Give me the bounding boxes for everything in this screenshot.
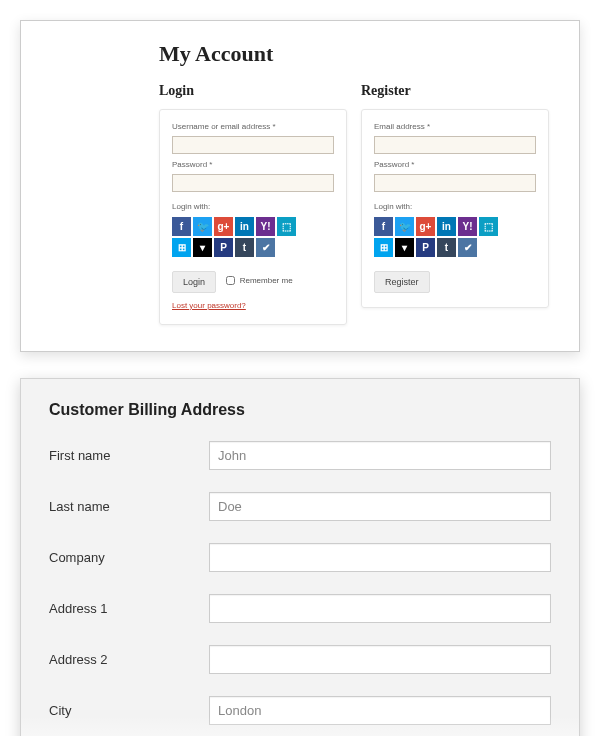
facebook-icon[interactable]: f bbox=[172, 217, 191, 236]
login-heading: Login bbox=[159, 83, 347, 99]
register-column: Register Email address * Password * Logi… bbox=[361, 83, 549, 325]
login-password-label: Password * bbox=[172, 160, 334, 169]
facebook-icon[interactable]: f bbox=[374, 217, 393, 236]
foursquare-icon[interactable]: ⬚ bbox=[479, 217, 498, 236]
address1-input[interactable] bbox=[209, 594, 551, 623]
city-label: City bbox=[49, 703, 209, 718]
row-address2: Address 2 bbox=[49, 645, 551, 674]
twitter-icon[interactable]: 🐦 bbox=[193, 217, 212, 236]
yahoo-icon[interactable]: Y! bbox=[256, 217, 275, 236]
row-last-name: Last name bbox=[49, 492, 551, 521]
row-first-name: First name bbox=[49, 441, 551, 470]
login-panel: Username or email address * Password * L… bbox=[159, 109, 347, 325]
city-input[interactable] bbox=[209, 696, 551, 725]
billing-card: Customer Billing Address First name Last… bbox=[20, 378, 580, 736]
register-login-with-label: Login with: bbox=[374, 202, 536, 211]
steam-icon[interactable]: ▾ bbox=[193, 238, 212, 257]
vk-icon[interactable]: ✔ bbox=[458, 238, 477, 257]
remember-checkbox[interactable] bbox=[226, 276, 235, 285]
row-company: Company bbox=[49, 543, 551, 572]
register-password-input[interactable] bbox=[374, 174, 536, 192]
login-username-input[interactable] bbox=[172, 136, 334, 154]
register-password-label: Password * bbox=[374, 160, 536, 169]
paypal-icon[interactable]: P bbox=[214, 238, 233, 257]
lost-password-link[interactable]: Lost your password? bbox=[172, 301, 334, 310]
vk-icon[interactable]: ✔ bbox=[256, 238, 275, 257]
page-title: My Account bbox=[159, 41, 549, 67]
account-card: My Account Login Username or email addre… bbox=[20, 20, 580, 352]
social-row-3: f 🐦 g+ in Y! ⬚ bbox=[374, 217, 536, 236]
row-address1: Address 1 bbox=[49, 594, 551, 623]
social-row-2: ⊞ ▾ P t ✔ bbox=[172, 238, 334, 257]
login-username-label: Username or email address * bbox=[172, 122, 334, 131]
remember-me[interactable]: Remember me bbox=[226, 276, 292, 285]
social-row-1: f 🐦 g+ in Y! ⬚ bbox=[172, 217, 334, 236]
linkedin-icon[interactable]: in bbox=[235, 217, 254, 236]
tumblr-icon[interactable]: t bbox=[437, 238, 456, 257]
social-row-4: ⊞ ▾ P t ✔ bbox=[374, 238, 536, 257]
tumblr-icon[interactable]: t bbox=[235, 238, 254, 257]
login-with-label: Login with: bbox=[172, 202, 334, 211]
login-column: Login Username or email address * Passwo… bbox=[159, 83, 347, 325]
login-password-input[interactable] bbox=[172, 174, 334, 192]
register-panel: Email address * Password * Login with: f… bbox=[361, 109, 549, 308]
first-name-input[interactable] bbox=[209, 441, 551, 470]
company-label: Company bbox=[49, 550, 209, 565]
windows-icon[interactable]: ⊞ bbox=[172, 238, 191, 257]
forms-row: Login Username or email address * Passwo… bbox=[159, 83, 549, 325]
register-button[interactable]: Register bbox=[374, 271, 430, 293]
remember-label: Remember me bbox=[240, 276, 293, 285]
address2-label: Address 2 bbox=[49, 652, 209, 667]
address1-label: Address 1 bbox=[49, 601, 209, 616]
last-name-input[interactable] bbox=[209, 492, 551, 521]
googleplus-icon[interactable]: g+ bbox=[416, 217, 435, 236]
twitter-icon[interactable]: 🐦 bbox=[395, 217, 414, 236]
googleplus-icon[interactable]: g+ bbox=[214, 217, 233, 236]
last-name-label: Last name bbox=[49, 499, 209, 514]
register-email-input[interactable] bbox=[374, 136, 536, 154]
company-input[interactable] bbox=[209, 543, 551, 572]
yahoo-icon[interactable]: Y! bbox=[458, 217, 477, 236]
foursquare-icon[interactable]: ⬚ bbox=[277, 217, 296, 236]
linkedin-icon[interactable]: in bbox=[437, 217, 456, 236]
first-name-label: First name bbox=[49, 448, 209, 463]
billing-heading: Customer Billing Address bbox=[49, 401, 551, 419]
login-button[interactable]: Login bbox=[172, 271, 216, 293]
register-email-label: Email address * bbox=[374, 122, 536, 131]
address2-input[interactable] bbox=[209, 645, 551, 674]
steam-icon[interactable]: ▾ bbox=[395, 238, 414, 257]
paypal-icon[interactable]: P bbox=[416, 238, 435, 257]
windows-icon[interactable]: ⊞ bbox=[374, 238, 393, 257]
row-city: City bbox=[49, 696, 551, 725]
register-heading: Register bbox=[361, 83, 549, 99]
